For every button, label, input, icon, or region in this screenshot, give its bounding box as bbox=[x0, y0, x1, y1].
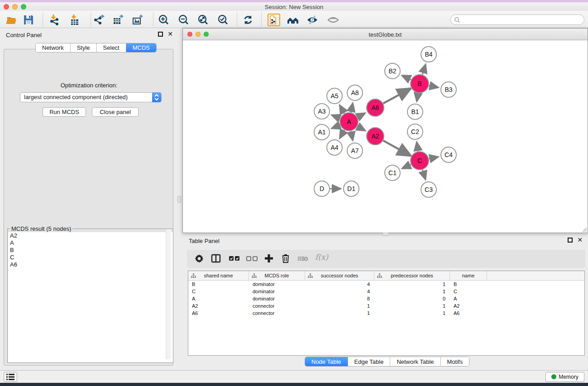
tab-style[interactable]: Style bbox=[71, 43, 97, 52]
edge-A-A4[interactable] bbox=[340, 130, 344, 138]
search-input[interactable] bbox=[450, 14, 584, 25]
tab-network[interactable]: Network bbox=[36, 43, 71, 52]
close-panel-button[interactable]: Close panel bbox=[92, 107, 139, 117]
edge-A-A1[interactable] bbox=[332, 125, 340, 129]
node-B4[interactable]: B4 bbox=[421, 47, 436, 62]
home-layout-icon[interactable] bbox=[287, 14, 299, 26]
window-resize-grip[interactable] bbox=[581, 226, 587, 232]
mcds-result-list[interactable]: A2ABCA6 bbox=[8, 232, 173, 362]
node-C1[interactable]: C1 bbox=[385, 165, 400, 181]
node-A3[interactable]: A3 bbox=[314, 104, 330, 119]
column-header-predecessor-nodes[interactable]: predecessor nodes bbox=[374, 271, 450, 281]
tab-mcds[interactable]: MCDS bbox=[126, 43, 156, 52]
node-A5[interactable]: A5 bbox=[327, 88, 342, 104]
hide-panel-eye-slash-icon[interactable] bbox=[306, 14, 319, 26]
float-panel-icon[interactable] bbox=[158, 32, 163, 37]
optimization-criterion-select[interactable]: largest connected component (directed) bbox=[20, 92, 162, 102]
result-item[interactable]: B bbox=[8, 247, 173, 254]
node-C4[interactable]: C4 bbox=[441, 147, 456, 162]
table-row[interactable]: Cdominator41C bbox=[188, 288, 584, 295]
edge-C-C1[interactable] bbox=[403, 165, 411, 168]
delete-column-trash-icon[interactable] bbox=[280, 253, 292, 265]
add-column-plus-icon[interactable] bbox=[263, 253, 275, 265]
node-B3[interactable]: B3 bbox=[441, 82, 456, 97]
node-table[interactable]: shared nameMCDS rolesuccessor nodesprede… bbox=[188, 271, 585, 356]
column-header-successor-nodes[interactable]: successor nodes bbox=[305, 271, 374, 281]
edge-C-C4[interactable] bbox=[429, 157, 438, 159]
tab-node-table[interactable]: Node Table bbox=[305, 357, 348, 366]
refresh-icon[interactable] bbox=[242, 14, 254, 26]
edge-A-A7[interactable] bbox=[351, 131, 353, 140]
node-C2[interactable]: C2 bbox=[407, 124, 423, 139]
export-image-icon[interactable] bbox=[131, 14, 144, 26]
task-history-list-icon[interactable] bbox=[4, 372, 17, 382]
node-A8[interactable]: A8 bbox=[347, 85, 363, 100]
network-canvas[interactable]: B4B2BB3A8A5A6B1A3AC2A1A2A4A7C4CC1DD1C3 bbox=[183, 40, 588, 233]
node-A4[interactable]: A4 bbox=[327, 140, 342, 155]
delete-table-icon[interactable] bbox=[297, 253, 309, 265]
select-all-checks-icon[interactable] bbox=[228, 253, 240, 265]
import-network-icon[interactable] bbox=[48, 14, 61, 26]
divider-grip[interactable] bbox=[177, 196, 181, 203]
table-row[interactable]: Adominator80A bbox=[188, 295, 584, 302]
column-header-shared-name[interactable]: shared name bbox=[188, 271, 249, 281]
network-window-titlebar[interactable]: testGlobe.txt bbox=[183, 29, 588, 40]
tab-select[interactable]: Select bbox=[97, 43, 126, 52]
node-C3[interactable]: C3 bbox=[421, 182, 436, 197]
edge-A-A3[interactable] bbox=[332, 115, 340, 119]
edge-A2-C[interactable] bbox=[383, 141, 410, 155]
function-builder-button[interactable]: f(x) bbox=[315, 253, 328, 262]
tab-motifs[interactable]: Motifs bbox=[441, 357, 469, 366]
edge-A-A5[interactable] bbox=[340, 106, 344, 114]
tab-network-table[interactable]: Network Table bbox=[390, 357, 440, 366]
show-column-icon[interactable] bbox=[210, 253, 222, 265]
node-A2[interactable]: A2 bbox=[367, 128, 384, 145]
edge-C-C2[interactable] bbox=[417, 143, 418, 152]
memory-button[interactable]: Memory bbox=[545, 372, 584, 382]
result-item[interactable]: A6 bbox=[8, 261, 173, 268]
new-network-from-selection-icon[interactable] bbox=[268, 14, 280, 26]
export-table-icon[interactable] bbox=[112, 14, 124, 26]
edge-B-B1[interactable] bbox=[417, 93, 418, 101]
zoom-out-icon[interactable] bbox=[177, 14, 190, 26]
node-A[interactable]: A bbox=[340, 113, 358, 131]
zoom-fit-icon[interactable] bbox=[196, 14, 209, 26]
result-item[interactable]: A2 bbox=[8, 232, 173, 239]
column-header-MCDS-role[interactable]: MCDS role bbox=[249, 271, 305, 281]
export-network-icon[interactable] bbox=[93, 14, 105, 26]
node-A1[interactable]: A1 bbox=[314, 124, 330, 140]
node-B[interactable]: B bbox=[411, 75, 429, 93]
tab-edge-table[interactable]: Edge Table bbox=[348, 357, 391, 366]
node-B1[interactable]: B1 bbox=[407, 104, 423, 119]
edge-B-B4[interactable] bbox=[422, 65, 425, 75]
float-table-panel-icon[interactable] bbox=[568, 238, 573, 243]
zoom-in-icon[interactable] bbox=[157, 14, 170, 26]
deselect-all-checks-icon[interactable] bbox=[246, 253, 258, 265]
node-A7[interactable]: A7 bbox=[347, 143, 363, 158]
result-item[interactable]: C bbox=[8, 254, 173, 261]
table-row[interactable]: Bdominator41B bbox=[188, 281, 584, 288]
edge-B-B2[interactable] bbox=[403, 76, 411, 80]
table-options-gear-icon[interactable] bbox=[194, 253, 206, 265]
edge-A6-B[interactable] bbox=[383, 89, 410, 103]
import-table-icon[interactable] bbox=[68, 14, 81, 26]
node-C[interactable]: C bbox=[411, 152, 429, 170]
column-header-name[interactable]: name bbox=[450, 271, 487, 281]
node-A6[interactable]: A6 bbox=[367, 99, 384, 116]
node-D1[interactable]: D1 bbox=[344, 181, 359, 196]
edge-C-C3[interactable] bbox=[422, 170, 425, 179]
node-B2[interactable]: B2 bbox=[385, 63, 400, 79]
edge-B-B3[interactable] bbox=[429, 86, 438, 87]
close-table-panel-icon[interactable]: ✕ bbox=[577, 238, 583, 243]
vertical-split-divider[interactable] bbox=[177, 28, 182, 370]
save-session-icon[interactable] bbox=[22, 14, 35, 26]
table-row[interactable]: A6connector11A6 bbox=[188, 310, 584, 317]
edge-A-A2[interactable] bbox=[357, 126, 364, 130]
node-D[interactable]: D bbox=[314, 181, 330, 196]
open-file-icon[interactable] bbox=[5, 14, 18, 26]
network-graph[interactable]: B4B2BB3A8A5A6B1A3AC2A1A2A4A7C4CC1DD1C3 bbox=[183, 40, 588, 233]
zoom-selected-icon[interactable] bbox=[216, 14, 229, 26]
table-row[interactable]: A2connector11A2 bbox=[188, 302, 584, 310]
show-details-eye-icon[interactable] bbox=[327, 14, 339, 26]
run-mcds-button[interactable]: Run MCDS bbox=[43, 107, 86, 117]
